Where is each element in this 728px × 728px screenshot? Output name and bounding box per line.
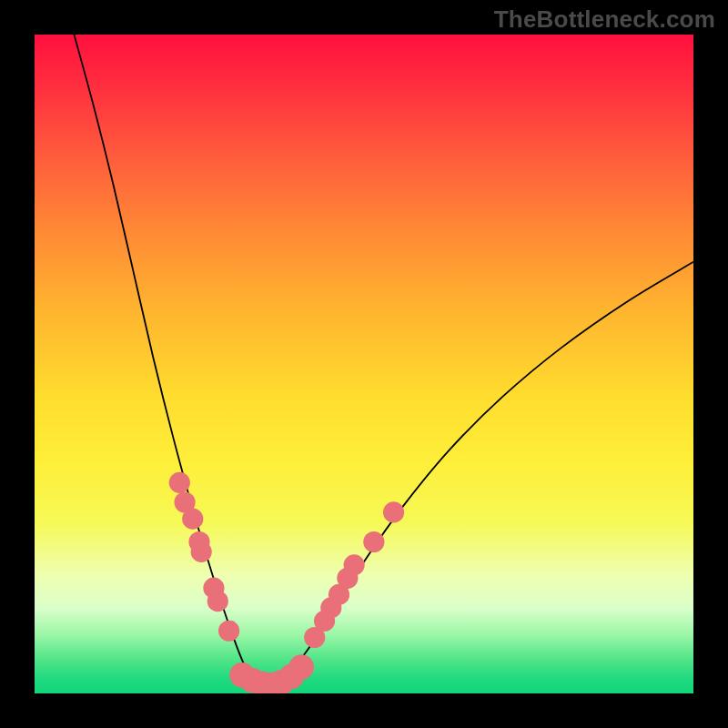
data-point <box>182 509 203 530</box>
data-markers <box>169 472 404 693</box>
plot-area <box>35 35 693 693</box>
chart-frame: TheBottleneck.com <box>0 0 728 728</box>
data-point <box>363 531 384 552</box>
data-point <box>383 501 404 522</box>
data-point <box>288 654 314 680</box>
curve-svg <box>35 35 693 693</box>
data-point <box>218 621 239 642</box>
data-point <box>344 554 365 575</box>
data-point <box>207 591 228 612</box>
data-point <box>169 472 190 493</box>
watermark-text: TheBottleneck.com <box>494 5 715 34</box>
bottleneck-curve <box>74 35 693 686</box>
data-point <box>191 541 212 562</box>
